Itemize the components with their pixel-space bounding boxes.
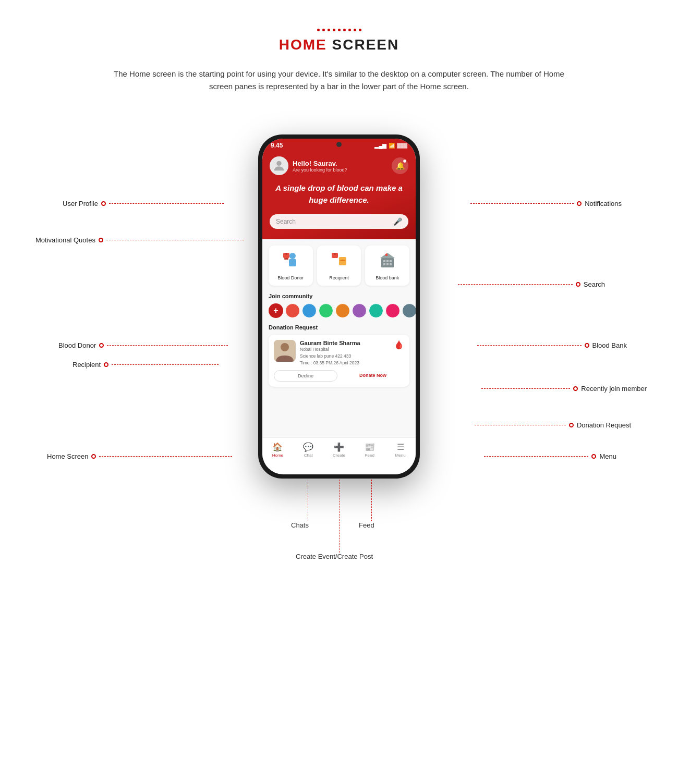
annotation-recipient: Recipient xyxy=(72,361,219,369)
bottom-nav: 🏠 Home 💬 Chat ➕ Create 📰 Feed xyxy=(262,437,416,460)
donation-section-title: Donation Request xyxy=(269,324,409,330)
add-member-button[interactable]: + xyxy=(269,303,283,318)
line-blood-bank xyxy=(477,345,582,346)
blood-donor-card[interactable]: Blood Donor xyxy=(269,246,313,286)
status-time: 9.45 xyxy=(271,142,283,149)
line-menu xyxy=(484,456,588,457)
svg-point-8 xyxy=(334,253,336,255)
nav-chat[interactable]: 💬 Chat xyxy=(293,442,324,458)
donor-avatar xyxy=(274,340,296,362)
line-user-profile xyxy=(109,203,224,204)
donor-time: Time : 03:35 PM,26 April 2023 xyxy=(300,360,390,366)
line-blood-donor xyxy=(107,345,228,346)
search-placeholder: Search xyxy=(276,218,390,225)
svg-rect-3 xyxy=(289,259,296,266)
donor-hospital: Nobai Hospital xyxy=(300,346,390,353)
mic-icon[interactable]: 🎤 xyxy=(393,217,402,226)
home-icon: 🏠 xyxy=(272,442,283,452)
recipient-icon xyxy=(320,251,358,273)
title-home-word: HOME xyxy=(279,36,327,53)
annotation-label-search: Search xyxy=(584,280,605,288)
line-recipient xyxy=(112,364,219,365)
dot-recipient xyxy=(104,362,108,367)
decorative-dots xyxy=(0,29,678,31)
donor-name: Gauram Binte Sharma xyxy=(300,340,390,346)
page-header: HOME SCREEN The Home screen is the start… xyxy=(0,0,678,103)
annotation-blood-bank: Blood Bank xyxy=(477,341,627,349)
user-profile-row[interactable]: Hello! Saurav. Are you looking for blood… xyxy=(270,156,347,175)
donor-info: Gauram Binte Sharma Nobai Hospital Scien… xyxy=(300,340,390,366)
member-avatar-4 xyxy=(335,303,350,318)
annotation-recently-join: Recently join member xyxy=(481,385,647,393)
dot-user-profile xyxy=(101,201,106,206)
donor-address: Science lab pune 422 433 xyxy=(300,353,390,360)
donate-now-button[interactable]: Donate Now xyxy=(342,370,404,382)
svg-point-2 xyxy=(289,253,296,259)
annotation-donation-request: Donation Request xyxy=(475,421,631,429)
avatar[interactable] xyxy=(270,156,288,175)
wifi-icon: 📶 xyxy=(389,143,395,149)
category-row: Blood Donor Recipien xyxy=(269,246,409,286)
notification-button[interactable]: 🔔 xyxy=(392,157,408,174)
battery-icon: ▓▓▓ xyxy=(397,143,407,148)
svg-rect-10 xyxy=(383,260,385,262)
svg-point-20 xyxy=(281,343,289,351)
annotation-blood-donor: Blood Donor xyxy=(58,341,228,349)
annotation-motivational-quotes: Motivational Quotes xyxy=(35,236,244,244)
status-icons: ▂▄▆ 📶 ▓▓▓ xyxy=(374,143,407,149)
line-chats-vertical xyxy=(308,480,308,521)
annotation-label-user-profile: User Profile xyxy=(63,200,98,207)
donation-card-inner: Gauram Binte Sharma Nobai Hospital Scien… xyxy=(274,340,404,366)
motivational-quote: A single drop of blood can make a huge d… xyxy=(270,182,408,206)
hero-top-row: Hello! Saurav. Are you looking for blood… xyxy=(270,156,408,175)
recipient-label: Recipient xyxy=(320,275,358,280)
nav-menu[interactable]: ☰ Menu xyxy=(385,442,416,458)
main-area: User Profile Motivational Quotes Blood D… xyxy=(0,119,678,744)
annotation-label-donation-request: Donation Request xyxy=(577,421,631,429)
svg-rect-13 xyxy=(383,263,385,265)
svg-point-5 xyxy=(285,253,287,255)
chat-icon: 💬 xyxy=(303,442,313,452)
page-description: The Home screen is the starting point fo… xyxy=(112,68,566,93)
blood-donor-label: Blood Donor xyxy=(272,275,310,280)
line-donation-request xyxy=(475,425,566,425)
annotation-label-motivational-quotes: Motivational Quotes xyxy=(35,236,95,244)
line-recently-join xyxy=(481,388,570,389)
decline-button[interactable]: Decline xyxy=(274,370,337,382)
nav-home[interactable]: 🏠 Home xyxy=(262,442,293,458)
annotation-label-notifications: Notifications xyxy=(585,200,622,207)
donation-card: Gauram Binte Sharma Nobai Hospital Scien… xyxy=(269,335,409,387)
blood-bank-card[interactable]: Blood bank xyxy=(365,246,409,286)
page-title: HOME SCREEN xyxy=(0,36,678,53)
annotation-user-profile: User Profile xyxy=(63,200,224,207)
search-bar[interactable]: Search 🎤 xyxy=(270,214,408,229)
annotation-label-blood-bank: Blood Bank xyxy=(592,341,627,349)
dot-motivational-quotes xyxy=(99,238,103,242)
svg-rect-4 xyxy=(284,258,288,260)
dot-search xyxy=(576,282,580,287)
annotation-menu: Menu xyxy=(484,452,616,460)
nav-create[interactable]: ➕ Create xyxy=(324,442,355,458)
community-section-title: Join community xyxy=(269,293,409,299)
recipient-card[interactable]: Recipient xyxy=(317,246,361,286)
user-sub: Are you looking for blood? xyxy=(293,167,347,173)
member-avatar-8 xyxy=(402,303,416,318)
nav-feed[interactable]: 📰 Feed xyxy=(354,442,385,458)
line-feed-vertical xyxy=(371,480,372,521)
svg-rect-9 xyxy=(381,258,394,267)
member-avatar-1 xyxy=(285,303,300,318)
annotation-home-screen: Home Screen xyxy=(47,452,232,460)
dot-notifications xyxy=(577,201,582,206)
menu-icon: ☰ xyxy=(397,442,404,452)
dot-blood-bank xyxy=(585,343,589,348)
dot-donation-request xyxy=(569,423,574,427)
phone-outer: 9.45 ▂▄▆ 📶 ▓▓▓ xyxy=(258,134,420,479)
feed-label: Feed xyxy=(359,521,374,529)
blood-drop-icon: 🩸 xyxy=(394,340,404,350)
dot-blood-donor xyxy=(99,343,104,348)
nav-chat-label: Chat xyxy=(304,453,313,458)
line-home-screen xyxy=(99,456,232,457)
member-avatar-7 xyxy=(385,303,400,318)
community-row: + See all xyxy=(269,303,409,318)
annotation-label-home-screen: Home Screen xyxy=(47,452,88,460)
